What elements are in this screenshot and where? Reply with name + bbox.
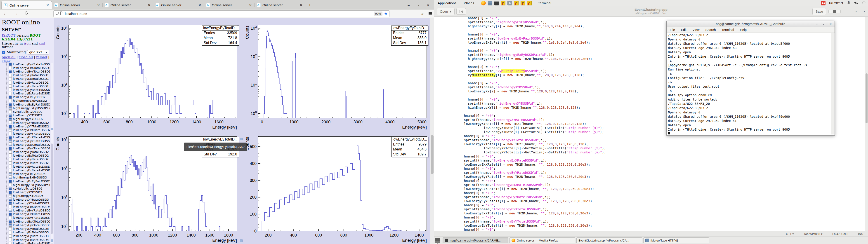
jsroot-link[interactable]: JSROOT — [2, 34, 16, 37]
tab-close-icon[interactable]: ✕ — [147, 3, 151, 7]
terminal-output[interactable]: /TapeData/G22-88/R3_21Opening dataspy 0d… — [668, 33, 831, 134]
window-list-icon[interactable] — [435, 238, 440, 243]
tree-item[interactable]: highEnergyXYDSSD3 — [0, 194, 50, 198]
taskbar-item[interactable]: [Merge/Tape HTTPd] — [643, 238, 709, 243]
terminal-launcher-icon[interactable] — [494, 1, 499, 5]
tree-item[interactable]: lowEnergyEyYRate1sDSSD3 — [0, 216, 50, 220]
browser-tab[interactable]: Online server✕ — [52, 1, 103, 9]
maximize-icon[interactable]: ▫ — [418, 3, 419, 7]
tree-item[interactable]: lowEnergyEyYRate1sDSSD2 — [0, 139, 50, 143]
tree-item[interactable]: xyMultiplicityDSSD3 — [0, 187, 50, 190]
tree-item[interactable]: lowEnergyEyRate1sDSSD2 — [0, 165, 50, 168]
terminal-menu-help[interactable]: Help — [740, 28, 747, 32]
tree-item[interactable]: lowEnergyExEyPairDSSD3 — [0, 179, 50, 183]
tree-item[interactable]: lowEnergyXYRateDSSD2 — [0, 121, 50, 124]
minimize-icon[interactable]: – — [847, 10, 849, 13]
minimize-icon[interactable]: – — [408, 3, 410, 7]
tree-item[interactable]: highEnergyExEyDSSDPair2 — [0, 106, 50, 110]
tree-item[interactable]: lowEnergyExTotalDSSD1 — [0, 77, 50, 81]
terminal-menu-view[interactable]: View — [692, 28, 700, 32]
tree-item[interactable]: lowEnergyExXTotalDSSD1 — [0, 66, 50, 69]
stats-box[interactable]: lowEnergyEyTotalD...Entries6777Mean335.0… — [391, 26, 428, 45]
reload-icon[interactable] — [21, 11, 31, 16]
terminal-menu-search[interactable]: Search — [706, 28, 716, 32]
tree-item[interactable]: lowEnergyExRateDSSD3 — [0, 238, 50, 242]
taskbar-item[interactable]: Online server — Mozilla Firefox — [509, 238, 575, 243]
tree-item[interactable]: highEnergyExEyDSSDPair3 — [0, 183, 50, 187]
tree-item[interactable]: lowEnergyEyRateDSSD3 — [0, 234, 50, 238]
tree-item[interactable]: lowEnergyExXTotalDSSD3 — [0, 220, 50, 223]
tree-item[interactable]: lowEnergyExEyDSSD2 — [0, 95, 50, 99]
tab-close-icon[interactable]: ✕ — [46, 3, 50, 7]
tree-item[interactable]: lowEnergyXYRateDSSD3 — [0, 198, 50, 201]
page-scrollbar[interactable] — [430, 18, 434, 244]
json-link[interactable]: json — [24, 41, 31, 45]
back-icon[interactable]: ← — [0, 11, 11, 16]
tree-item[interactable]: lowEnergyXYTotalDSSD2 — [0, 124, 50, 128]
browser-tab[interactable]: Online server✕ — [254, 1, 305, 9]
tree-item[interactable]: lowEnergyEyYTotalDSSD2 — [0, 146, 50, 150]
terminal-menu-terminal[interactable]: Terminal — [722, 28, 734, 32]
tree-item[interactable]: lowEnergyExRate1sDSSD2 — [0, 168, 50, 172]
action-link-open-all[interactable]: open all — [2, 55, 16, 59]
maximize-icon[interactable]: ▫ — [823, 22, 824, 26]
tree-item[interactable]: lowEnergyXYDSSD3 — [0, 190, 50, 194]
zoom-level-badge[interactable]: 90% — [374, 11, 382, 16]
pad-resize-handle[interactable] — [240, 138, 243, 140]
tree-item[interactable]: lowEnergyExXRate1sDSSD2 — [0, 135, 50, 139]
tree-item[interactable]: lowEnergyExXTotalDSSD2 — [0, 143, 50, 146]
tab-close-icon[interactable]: ✕ — [248, 3, 252, 7]
file-manager-icon[interactable] — [488, 1, 492, 5]
close-icon[interactable]: ✕ — [829, 22, 832, 26]
xml-link[interactable]: xml — [39, 41, 45, 45]
tree-item[interactable]: lowEnergyEyTotalDSSD3 — [0, 227, 50, 231]
tree-item[interactable]: lowEnergyEyRate1sDSSD1 — [0, 88, 50, 92]
tree-item[interactable]: lowEnergyEyYRate1sDSSD1 — [0, 62, 50, 66]
tab-close-icon[interactable]: ✕ — [299, 3, 303, 7]
menu-icon[interactable] — [429, 13, 432, 14]
tab-width-selector[interactable]: Tab Width: 8 ▾ — [804, 232, 822, 236]
new-document-button[interactable] — [456, 8, 466, 15]
tree-item[interactable]: lowEnergyExXRate1sDSSD3 — [0, 212, 50, 216]
grid-select[interactable]: grid 2x2▾ — [27, 50, 49, 55]
power-icon[interactable] — [862, 1, 866, 5]
overflow-chevrons-icon[interactable]: » — [421, 11, 424, 16]
tree-item[interactable]: lowEnergyEyYTotalDSSD3 — [0, 223, 50, 227]
stats-box[interactable]: lowEnergyEyTotalD...Entries9679Mean434.3… — [391, 137, 428, 157]
tree-item[interactable]: lowEnergyExEyPairDSSD2 — [0, 102, 50, 106]
tab-close-icon[interactable]: ✕ — [198, 3, 202, 7]
pad-resize-handle[interactable] — [240, 240, 243, 242]
maximize-icon[interactable]: ▫ — [856, 10, 857, 13]
midas-icon[interactable]: M — [501, 1, 505, 5]
editor-scrollbar[interactable] — [865, 17, 868, 231]
tree-item[interactable]: lowEnergyExRateDSSD1 — [0, 84, 50, 88]
bookmark-star-icon[interactable]: ★ — [384, 11, 388, 16]
gedit-menu-button[interactable] — [829, 10, 841, 13]
tree-item[interactable]: lowEnergyEyTotalDSSD1 — [0, 73, 50, 77]
volume-muted-icon[interactable] — [854, 1, 859, 5]
browser-tab[interactable]: Online server✕ — [1, 1, 52, 9]
tree-item[interactable]: lowEnergyExTotalDSSD2 — [0, 154, 50, 157]
tree-item[interactable]: lowEnergyEyYTotalDSSD1 — [0, 69, 50, 73]
midas-icon[interactable]: M — [521, 1, 525, 5]
pad-resize-handle[interactable] — [51, 240, 53, 242]
tree-item[interactable]: highEnergyExEyDSSD2 — [0, 99, 50, 102]
sidebar-scrollbar[interactable] — [51, 63, 53, 244]
tree-item[interactable]: lowEnergyExEyDSSD3 — [0, 172, 50, 176]
browser-tab[interactable]: Online server✕ — [103, 1, 153, 9]
camera-app-icon[interactable] — [507, 1, 512, 5]
tree-item[interactable]: lowEnergyEyYRateDSSD2 — [0, 132, 50, 135]
close-icon[interactable]: × — [427, 3, 429, 7]
notification-app-icon[interactable] — [821, 1, 826, 5]
tree-item[interactable]: highEnergyExEyDSSD3 — [0, 176, 50, 179]
midas-icon[interactable]: M — [514, 1, 519, 5]
language-selector[interactable]: C++ ▾ — [786, 232, 794, 236]
tree-item[interactable]: highEnergyXYDSSD2 — [0, 117, 50, 121]
applications-menu[interactable]: Applications — [434, 1, 460, 5]
taskbar-item[interactable]: EventClustering.cpp (~/Programs/CA... — [577, 238, 642, 243]
focused-app-label[interactable]: Terminal — [538, 1, 551, 5]
browser-tab[interactable]: Online server✕ — [204, 1, 254, 9]
monitoring-checkbox[interactable]: ✓ — [2, 51, 5, 54]
tree-item[interactable]: lowEnergyExXRateDSSD3 — [0, 205, 50, 209]
network-icon[interactable]: ? — [846, 1, 850, 5]
